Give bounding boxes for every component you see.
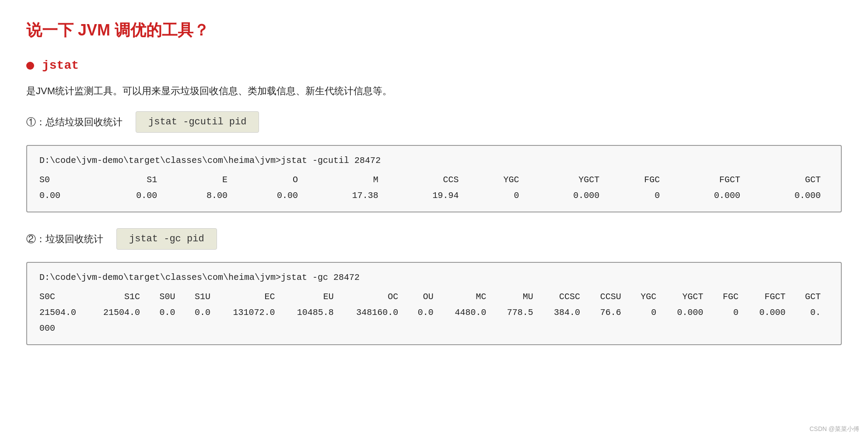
section2-terminal-cmd: D:\code\jvm-demo\target\classes\com\heim… bbox=[39, 271, 829, 285]
section2-cell-16: 0. bbox=[793, 305, 829, 321]
section1-header: ①：总结垃圾回收统计 jstat -gcutil pid bbox=[26, 111, 842, 133]
section2-col-header-ccsc: CCSC bbox=[541, 289, 588, 305]
section2-col-header-ccsu: CCSU bbox=[588, 289, 629, 305]
section1-table-header-row: S0S1EOMCCSYGCYGCTFGCFGCTGCT bbox=[39, 172, 829, 188]
section2-table-overflow-row: 000 bbox=[39, 321, 829, 336]
section1-cell-9: 0.000 bbox=[668, 188, 748, 204]
section1-command-badge: jstat -gcutil pid bbox=[136, 111, 259, 133]
section2-cell-5: 10485.8 bbox=[283, 305, 342, 321]
section1-col-header-ygct: YGCT bbox=[527, 172, 608, 188]
section1-cell-2: 8.00 bbox=[165, 188, 235, 204]
section2-col-header-ygct: YGCT bbox=[664, 289, 711, 305]
section2-cell-10: 384.0 bbox=[541, 305, 588, 321]
section2-col-header-s1u: S1U bbox=[183, 289, 218, 305]
section1-cell-1: 0.00 bbox=[94, 188, 165, 204]
section1-cell-7: 0.000 bbox=[527, 188, 608, 204]
section1-terminal: D:\code\jvm-demo\target\classes\com\heim… bbox=[26, 145, 842, 212]
section1-col-header-m: M bbox=[306, 172, 386, 188]
section2-col-header-s0u: S0U bbox=[148, 289, 183, 305]
section2-col-header-gct: GCT bbox=[793, 289, 829, 305]
section1-cell-3: 0.00 bbox=[235, 188, 306, 204]
section2-number: ②：垃圾回收统计 bbox=[26, 231, 103, 247]
section2-col-header-s1c: S1C bbox=[89, 289, 148, 305]
section2-col-header-fgc: FGC bbox=[711, 289, 746, 305]
section2-cell-9: 778.5 bbox=[494, 305, 541, 321]
section2-cell-6: 348160.0 bbox=[342, 305, 406, 321]
section2-cell-8: 4480.0 bbox=[441, 305, 494, 321]
section2-command-badge: jstat -gc pid bbox=[116, 228, 217, 250]
section1-cell-10: 0.000 bbox=[748, 188, 829, 204]
section2-header: ②：垃圾回收统计 jstat -gc pid bbox=[26, 228, 842, 250]
section1-col-header-ygc: YGC bbox=[467, 172, 527, 188]
section2-col-header-ec: EC bbox=[218, 289, 283, 305]
section1-number: ①：总结垃圾回收统计 bbox=[26, 114, 122, 130]
section2-col-header-ygc: YGC bbox=[629, 289, 664, 305]
section1-col-header-fgct: FGCT bbox=[668, 172, 748, 188]
page-title: 说一下 JVM 调优的工具？ bbox=[26, 18, 842, 43]
section2-cell-7: 0.0 bbox=[406, 305, 441, 321]
section1-col-header-gct: GCT bbox=[748, 172, 829, 188]
section2-cell-13: 0.000 bbox=[664, 305, 711, 321]
section2-cell-12: 0 bbox=[629, 305, 664, 321]
section1-cell-8: 0 bbox=[607, 188, 668, 204]
section2-overflow-text: 000 bbox=[39, 321, 829, 336]
section2-table-data-row: 21504.021504.00.00.0131072.010485.834816… bbox=[39, 305, 829, 321]
section2-col-header-ou: OU bbox=[406, 289, 441, 305]
section2-col-header-s0c: S0C bbox=[39, 289, 89, 305]
section1-col-header-ccs: CCS bbox=[386, 172, 467, 188]
section2-cell-11: 76.6 bbox=[588, 305, 629, 321]
bullet-jstat: jstat bbox=[26, 56, 842, 76]
section2-col-header-fgct: FGCT bbox=[746, 289, 793, 305]
section1-col-header-o: O bbox=[235, 172, 306, 188]
section1-table: S0S1EOMCCSYGCYGCTFGCFGCTGCT 0.000.008.00… bbox=[39, 172, 829, 204]
section2-cell-3: 0.0 bbox=[183, 305, 218, 321]
section1-cell-4: 17.38 bbox=[306, 188, 386, 204]
section2-cell-2: 0.0 bbox=[148, 305, 183, 321]
section2-terminal: D:\code\jvm-demo\target\classes\com\heim… bbox=[26, 262, 842, 345]
section1-col-header-e: E bbox=[165, 172, 235, 188]
description-text: 是JVM统计监测工具。可以用来显示垃圾回收信息、类加载信息、新生代统计信息等。 bbox=[26, 83, 842, 99]
section1-cell-0: 0.00 bbox=[39, 188, 94, 204]
bullet-label: jstat bbox=[42, 56, 79, 76]
section1-cell-6: 0 bbox=[467, 188, 527, 204]
section2-col-header-eu: EU bbox=[283, 289, 342, 305]
section1-col-header-s1: S1 bbox=[94, 172, 165, 188]
section2-cell-1: 21504.0 bbox=[89, 305, 148, 321]
section2-table: S0CS1CS0US1UECEUOCOUMCMUCCSCCCSUYGCYGCTF… bbox=[39, 289, 829, 336]
section2-col-header-oc: OC bbox=[342, 289, 406, 305]
section2-col-header-mc: MC bbox=[441, 289, 494, 305]
section1-table-data-row: 0.000.008.000.0017.3819.9400.00000.0000.… bbox=[39, 188, 829, 204]
section2-col-header-mu: MU bbox=[494, 289, 541, 305]
section2-cell-0: 21504.0 bbox=[39, 305, 89, 321]
section1-col-header-s0: S0 bbox=[39, 172, 94, 188]
section2-cell-15: 0.000 bbox=[746, 305, 793, 321]
section1-cell-5: 19.94 bbox=[386, 188, 467, 204]
section2-table-header-row: S0CS1CS0US1UECEUOCOUMCMUCCSCCCSUYGCYGCTF… bbox=[39, 289, 829, 305]
section1-terminal-cmd: D:\code\jvm-demo\target\classes\com\heim… bbox=[39, 154, 829, 168]
section2-cell-4: 131072.0 bbox=[218, 305, 283, 321]
section1-col-header-fgc: FGC bbox=[607, 172, 668, 188]
bullet-dot bbox=[26, 62, 34, 70]
section2-cell-14: 0 bbox=[711, 305, 746, 321]
